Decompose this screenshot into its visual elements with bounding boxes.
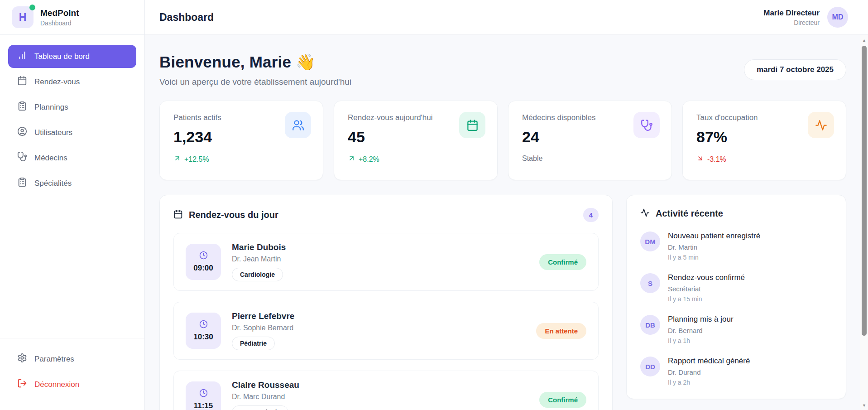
calendar-icon <box>17 76 27 88</box>
activity-event: Planning mis à jour <box>668 315 734 324</box>
stat-trend: +8.2% <box>348 154 484 164</box>
sidebar-item-label: Médecins <box>34 154 67 163</box>
activity-row[interactable]: DD Rapport médical généré Dr. Durand Il … <box>640 357 832 386</box>
sidebar-item-label: Paramètres <box>34 355 74 364</box>
appointments-title: Rendez-vous du jour <box>189 210 278 220</box>
activity-title: Activité récente <box>656 208 723 219</box>
sidebar-item-plannings[interactable]: Plannings <box>8 96 136 119</box>
wave-emoji: 👋 <box>296 53 316 71</box>
stat-trend: Stable <box>522 154 658 163</box>
sidebar-item-label: Tableau de bord <box>34 52 90 61</box>
status-badge: Confirmé <box>539 254 586 270</box>
brand-name: MedPoint <box>40 8 79 18</box>
gear-icon <box>17 353 27 365</box>
patient-name: Pierre Lefebvre <box>232 311 294 321</box>
stat-card-taux-occupation: Taux d'occupation 87% -3.1% <box>682 101 846 180</box>
sidebar-item-rendez-vous[interactable]: Rendez-vous <box>8 70 136 93</box>
bar-chart-icon <box>17 50 27 63</box>
arrow-down-right-icon <box>696 154 704 164</box>
sidebar-item-utilisateurs[interactable]: Utilisateurs <box>8 121 136 144</box>
clock-icon <box>199 320 208 330</box>
page-title: Dashboard <box>159 11 214 24</box>
stat-card-medecins-disponibles: Médecins disponibles 24 Stable <box>508 101 672 180</box>
brand-subtitle: Dashboard <box>40 19 79 27</box>
date-badge: mardi 7 octobre 2025 <box>744 59 846 80</box>
activity-row[interactable]: DM Nouveau patient enregistré Dr. Martin… <box>640 232 832 261</box>
status-badge: En attente <box>536 323 586 339</box>
user-menu[interactable]: Marie Directeur Directeur MD <box>763 7 848 28</box>
activity-row[interactable]: DB Planning mis à jour Dr. Bernard Il y … <box>640 315 832 344</box>
sidebar-item-specialites[interactable]: Spécialités <box>8 172 136 195</box>
arrow-up-right-icon <box>348 154 355 164</box>
activity-author: Secrétariat <box>668 285 745 293</box>
brand: H MedPoint Dashboard <box>0 0 144 35</box>
scrollbar-thumb[interactable] <box>862 46 867 336</box>
sidebar-item-label: Utilisateurs <box>34 128 72 137</box>
stethoscope-icon <box>633 112 660 138</box>
logo-letter: H <box>19 11 27 24</box>
scroll-up-arrow[interactable]: ▲ <box>860 36 868 44</box>
specialty-badge: Dermatologie <box>232 405 288 410</box>
activity-time: Il y a 1h <box>668 337 734 344</box>
scroll-down-arrow[interactable]: ▼ <box>860 401 868 409</box>
activity-icon <box>808 112 834 138</box>
activity-author: Dr. Martin <box>668 243 760 251</box>
status-badge: Confirmé <box>539 392 586 408</box>
stethoscope-icon <box>17 152 27 164</box>
clipboard-list-icon <box>17 101 27 113</box>
stat-card-rendez-vous: Rendez-vous aujourd'hui 45 +8.2% <box>334 101 498 180</box>
welcome-subtitle: Voici un aperçu de votre établissement a… <box>159 77 351 87</box>
appointments-panel: Rendez-vous du jour 4 09:00 Marie Dubois… <box>159 195 613 410</box>
users-icon <box>285 112 311 138</box>
sidebar-nav: Tableau de bord Rendez-vous Plannings Ut… <box>0 35 144 338</box>
activity-time: Il y a 15 min <box>668 295 745 303</box>
sidebar-item-label: Rendez-vous <box>34 77 80 87</box>
appointment-time: 10:30 <box>193 333 213 342</box>
activity-avatar: DM <box>640 232 660 251</box>
activity-author: Dr. Bernard <box>668 327 734 334</box>
stat-trend: +12.5% <box>173 154 309 164</box>
sidebar-item-deconnexion[interactable]: Déconnexion <box>8 373 136 396</box>
stat-card-patients-actifs: Patients actifs 1,234 +12.5% <box>159 101 323 180</box>
user-role: Directeur <box>763 19 820 26</box>
welcome-heading: Bienvenue, Marie 👋 <box>159 53 351 72</box>
sidebar-item-label: Spécialités <box>34 179 72 188</box>
clock-icon <box>199 251 208 261</box>
activity-avatar: S <box>640 273 660 293</box>
appointment-row[interactable]: 09:00 Marie Dubois Dr. Jean Martin Cardi… <box>173 233 599 291</box>
logout-icon <box>17 378 27 391</box>
user-name: Marie Directeur <box>763 9 820 18</box>
sidebar-item-label: Plannings <box>34 103 68 112</box>
appointments-count-badge: 4 <box>583 208 599 222</box>
appointment-time-box: 10:30 <box>186 313 221 349</box>
appointment-row[interactable]: 10:30 Pierre Lefebvre Dr. Sophie Bernard… <box>173 302 599 360</box>
appointment-time: 09:00 <box>193 264 213 273</box>
topbar: Dashboard Marie Directeur Directeur MD <box>145 0 868 35</box>
patient-name: Claire Rousseau <box>232 380 299 390</box>
activity-author: Dr. Durand <box>668 368 750 376</box>
activity-event: Rapport médical généré <box>668 357 750 366</box>
activity-avatar: DD <box>640 357 660 376</box>
sidebar-item-label: Déconnexion <box>34 380 79 389</box>
patient-name: Marie Dubois <box>232 242 286 252</box>
user-circle-icon <box>17 126 27 139</box>
doctor-name: Dr. Sophie Bernard <box>232 324 294 332</box>
sidebar-item-tableau-de-bord[interactable]: Tableau de bord <box>8 45 136 68</box>
activity-time: Il y a 5 min <box>668 254 760 261</box>
pulse-icon <box>640 208 650 219</box>
sidebar-item-medecins[interactable]: Médecins <box>8 146 136 169</box>
app-logo: H <box>12 6 34 28</box>
specialty-badge: Cardiologie <box>232 268 283 281</box>
calendar-icon <box>173 209 183 221</box>
appointment-time: 11:15 <box>194 401 213 410</box>
activity-row[interactable]: S Rendez-vous confirmé Secrétariat Il y … <box>640 273 832 303</box>
appointment-row[interactable]: 11:15 Claire Rousseau Dr. Marc Durand De… <box>173 371 599 410</box>
clock-icon <box>199 389 208 399</box>
vertical-scrollbar[interactable]: ▲ ▼ <box>860 35 868 410</box>
arrow-up-right-icon <box>173 154 181 164</box>
activity-time: Il y a 2h <box>668 379 750 386</box>
doctor-name: Dr. Jean Martin <box>232 255 286 263</box>
clipboard-list-icon <box>17 177 27 189</box>
sidebar-item-parametres[interactable]: Paramètres <box>8 347 136 371</box>
avatar[interactable]: MD <box>827 7 848 28</box>
